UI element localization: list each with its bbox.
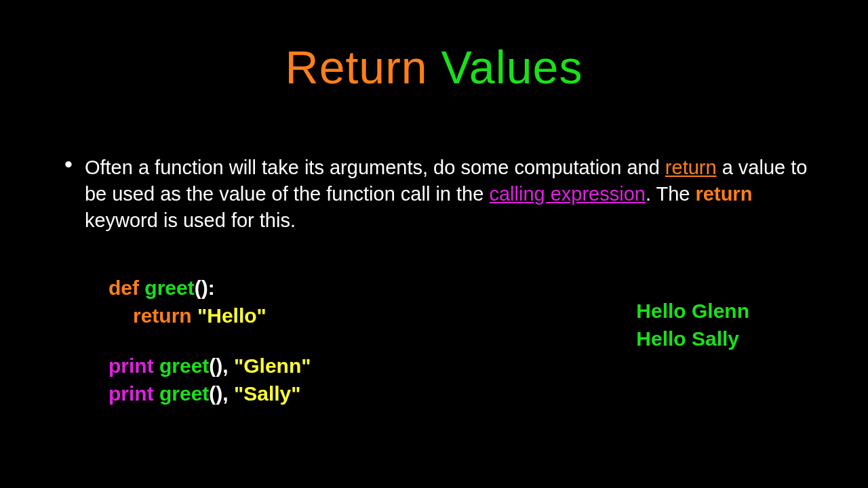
bullet-part1: Often a function will take its arguments… [85,157,665,178]
bullet-return-bold: return [696,183,753,205]
slide: Return Values • Often a function will ta… [0,0,868,488]
string-glenn: "Glenn" [229,354,311,377]
keyword-def: def [108,277,139,299]
keyword-return: return [133,304,192,327]
output-line-2: Hello Sally [636,325,749,353]
func-name-greet: greet [144,277,194,299]
keyword-print-2: print [108,382,154,405]
bullet-calling-expression: calling expression [489,183,646,205]
code-line-2: return "Hello" [108,302,311,330]
comma-1: , [222,354,228,377]
string-hello: "Hello" [192,304,267,327]
blank-line [108,329,311,352]
code-line-4: print greet(), "Sally" [108,380,311,408]
call-greet-1: greet [159,354,209,377]
code-block: def greet(): return "Hello" print greet(… [108,274,311,407]
output-block: Hello Glenn Hello Sally [636,298,749,352]
call-parens-1: () [209,354,222,377]
keyword-print-1: print [108,354,154,377]
code-line-1: def greet(): [108,274,311,302]
bullet-item: • Often a function will take its argumen… [64,155,821,234]
call-greet-2: greet [159,382,209,405]
bullet-return-underline: return [665,157,717,178]
string-sally: "Sally" [229,382,301,405]
bullet-part4: keyword is used for this. [85,209,296,231]
bullet-part3: . The [646,183,696,205]
title-word-1: Return [285,41,428,93]
output-line-1: Hello Glenn [636,298,749,325]
bullet-text: Often a function will take its arguments… [85,155,821,234]
code-row: def greet(): return "Hello" print greet(… [108,274,814,407]
bullet-dot-icon: • [64,157,73,171]
comma-2: , [222,382,228,405]
parens-colon: (): [195,277,215,299]
title-word-2: Values [441,41,583,93]
code-line-3: print greet(), "Glenn" [108,352,311,380]
call-parens-2: () [209,382,222,405]
slide-title: Return Values [0,0,868,94]
